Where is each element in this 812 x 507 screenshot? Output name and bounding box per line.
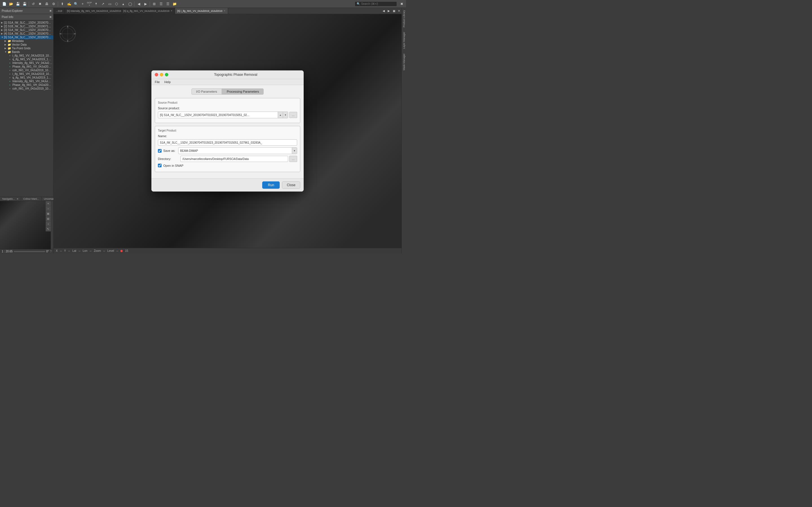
zoom-slider[interactable]: [14, 251, 45, 252]
zoom-tool-button[interactable]: 🔍: [73, 1, 79, 7]
tab-i-vv-close[interactable]: ✕: [223, 10, 225, 12]
print-button[interactable]: 🖶: [44, 1, 50, 7]
columns-button[interactable]: ☰: [165, 1, 171, 7]
vector-tool-button[interactable]: ▴: [120, 1, 126, 7]
measure-tool-button[interactable]: ◯: [127, 1, 133, 7]
source-product-arrow-down[interactable]: ▼: [283, 112, 288, 118]
tab-nav-left[interactable]: ◀: [381, 8, 386, 13]
tree-item-b9[interactable]: ▪ Phase_ifg_IW1_VH_04Jul2019_10Jul2019: [0, 83, 53, 87]
mini-zoom-in[interactable]: +: [46, 201, 51, 206]
tab-navigation-close[interactable]: ✕: [17, 198, 18, 200]
save-format-arrow[interactable]: ▼: [292, 148, 297, 154]
dialog-menu-help[interactable]: Help: [164, 80, 171, 83]
save-button[interactable]: 💾: [15, 1, 21, 7]
target-name-input[interactable]: [158, 139, 297, 146]
grid-button[interactable]: ⊞: [151, 1, 157, 7]
tab-q-vv-close[interactable]: ✕: [170, 10, 172, 12]
tree-item-4[interactable]: ▶ [4] S1A_IW_SLC__1SDV_20190704T015023_2…: [0, 32, 53, 36]
tree-item-b2[interactable]: ▪ q_ifg_IW1_VV_04Jul2019_10Jul2019: [0, 57, 53, 61]
mini-toolbar: + − ⊞ ⊟ ↕ ↖: [46, 201, 51, 231]
dialog-maximize-button[interactable]: [165, 73, 168, 76]
tab-nav-close[interactable]: ✕: [396, 8, 402, 13]
tree-item-b6[interactable]: ▪ i_ifg_IW1_VH_04Jul2019_10Jul2019: [0, 72, 53, 76]
polygon-tool-button[interactable]: ⬡: [113, 1, 119, 7]
tree-item-meta[interactable]: ▶ 📁 Metadata: [0, 39, 53, 43]
revert-button[interactable]: ↺: [30, 1, 36, 7]
tab-nav-maximize[interactable]: ▣: [391, 8, 396, 13]
mini-sync[interactable]: ↕: [46, 221, 51, 226]
source-product-browse[interactable]: …: [289, 112, 297, 118]
settings-button[interactable]: ⚙: [50, 1, 57, 7]
zoom-help-button[interactable]: ?: [50, 250, 52, 253]
tree-item-vector[interactable]: ▶ 📁 Vector Data: [0, 43, 53, 47]
dialog-menu-file[interactable]: File: [155, 80, 160, 83]
close-button[interactable]: ✖: [37, 1, 43, 7]
open-snap-label: Open in SNAP: [163, 164, 184, 167]
save-as-checkbox[interactable]: [158, 149, 161, 153]
status-lat-label: Lat: [72, 249, 77, 252]
tree-item-tpg[interactable]: ▶ 📁 Tie-Point Grids: [0, 47, 53, 50]
dialog-close-button[interactable]: [155, 73, 158, 76]
dialog-close-btn[interactable]: Close: [282, 181, 300, 189]
tab-i-vv[interactable]: [5] i_ifg_IW1_VV_04Jul2019_10Jul2019 ✕: [175, 8, 228, 14]
select-tool-button[interactable]: ⬆: [59, 1, 65, 7]
pin-button[interactable]: 🖈: [93, 1, 99, 7]
tree-item-b10[interactable]: ▪ coh_IW1_VH_04Jul2019_10Jul2019: [0, 87, 53, 91]
tree-arrow-1: ▶: [1, 21, 4, 24]
line-tool-button[interactable]: ↗: [100, 1, 106, 7]
folder-button[interactable]: 📁: [171, 1, 177, 7]
table-button[interactable]: ☰: [158, 1, 164, 7]
tree-item-5[interactable]: ▼ [5] S1A_IW_SLC__1SDV_20190704T015023_2…: [0, 36, 53, 39]
tree-item-2[interactable]: ▶ [2] S1B_IW_SLC__1SDV_20190710T014959_2…: [0, 24, 53, 28]
gcp-button[interactable]: GCP +: [86, 1, 93, 7]
source-product-input[interactable]: [158, 112, 278, 118]
tab-navigation[interactable]: Navigatio... ✕: [0, 197, 21, 201]
nav-left-button[interactable]: ◀: [136, 1, 142, 7]
tab-colour[interactable]: Colour Mani...: [21, 197, 42, 201]
band-icon-b8: ▪: [8, 80, 12, 83]
tree-item-b3[interactable]: ▪ Intensity_ifg_IW1_VV_04Jul2019_10Jul20…: [0, 61, 53, 65]
tab-processing-parameters[interactable]: Processing Parameters: [222, 89, 264, 95]
open-snap-checkbox[interactable]: [158, 164, 161, 167]
tab-q-vv[interactable]: [5] q_ifg_IW1_VV_04Jul2019_10Jul2019 ✕: [121, 8, 175, 14]
sidebar-product-library[interactable]: Product Library: [402, 8, 406, 30]
tab-019[interactable]: ...019: [54, 8, 65, 14]
tree-label-bands: Bands: [12, 50, 52, 54]
sidebar-layer-manager[interactable]: Layer Manager: [402, 30, 406, 51]
tree-item-b4[interactable]: ▪ Phase_ifg_IW1_VV_04Jul2019_10Jul2019: [0, 65, 53, 68]
mini-cursor[interactable]: ↖: [46, 226, 51, 231]
zoom-in-tool-button[interactable]: +: [80, 1, 86, 7]
tab-intensity-vh[interactable]: [5] Intensity_ifg_IW1_VH_04Jul2019_10Jul…: [65, 8, 121, 14]
tab-nav-right[interactable]: ▶: [386, 8, 391, 13]
rectangle-tool-button[interactable]: ▭: [107, 1, 113, 7]
sidebar-mask-manager[interactable]: Mask Manager: [402, 51, 406, 73]
directory-browse[interactable]: …: [289, 156, 297, 162]
mini-actual[interactable]: ⊟: [46, 216, 51, 221]
open-button[interactable]: 📂: [8, 1, 14, 7]
tree-item-b8[interactable]: ▪ Intensity_ifg_IW1_VH_04Jul2019_10Jul20…: [0, 79, 53, 83]
run-button[interactable]: Run: [262, 181, 280, 189]
tab-io-parameters[interactable]: I/O Parameters: [192, 89, 222, 95]
product-explorer-close[interactable]: ✖: [49, 9, 52, 12]
new-button[interactable]: 📄: [1, 1, 7, 7]
mini-fit[interactable]: ⊞: [46, 211, 51, 216]
dialog-title: Topographic Phase Removal: [171, 73, 300, 76]
tree-item-1[interactable]: ▶ [1] S1A_IW_SLC__1SDV_20190704T015023_2…: [0, 21, 53, 24]
source-product-arrow-up[interactable]: ▲: [278, 112, 283, 118]
search-input[interactable]: [361, 2, 395, 5]
save-all-button[interactable]: 💾: [21, 1, 28, 7]
tree-item-b5[interactable]: ▪ coh_IW1_VV_04Jul2019_10Jul2019: [0, 68, 53, 72]
tree-item-3[interactable]: ▶ [3] S1A_IW_SLC__1SDV_20190704T015023_2…: [0, 28, 53, 32]
directory-input[interactable]: [181, 156, 288, 162]
tree-item-b7[interactable]: ▪ q_ifg_IW1_VH_04Jul2019_10Jul2019: [0, 76, 53, 79]
close-search-button[interactable]: ✖: [399, 1, 405, 7]
zoom-display: 1 : 20.65 0° ?: [0, 249, 53, 253]
mini-zoom-out[interactable]: −: [46, 206, 51, 211]
dialog-minimize-button[interactable]: [160, 73, 163, 76]
tree-item-bands[interactable]: ▼ 📁 Bands: [0, 50, 53, 54]
hand-tool-button[interactable]: ✍: [66, 1, 72, 7]
directory-row: Directory: …: [158, 156, 297, 162]
nav-right-button[interactable]: ▶: [142, 1, 149, 7]
pixel-info-close[interactable]: ✖: [49, 15, 52, 18]
tree-item-b1[interactable]: ▪ i_ifg_IW1_VV_04Jul2019_10Jul2019: [0, 54, 53, 57]
